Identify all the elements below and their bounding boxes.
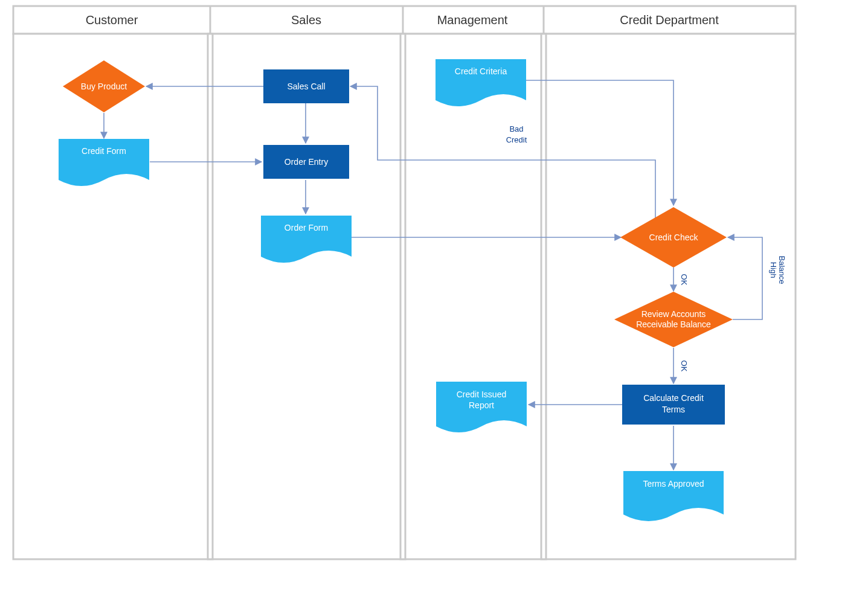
node-review-ar-label2: Receivable Balance — [636, 319, 711, 329]
node-calc-terms-label1: Calculate Credit — [643, 393, 704, 403]
node-sales-call: Sales Call — [263, 69, 349, 103]
node-calc-terms: Calculate Credit Terms — [622, 385, 725, 425]
node-order-form-label: Order Form — [285, 223, 328, 232]
node-order-entry: Order Entry — [263, 145, 349, 179]
node-credit-check-label: Credit Check — [649, 232, 699, 242]
lane-title-customer: Customer — [86, 13, 138, 27]
swimlane-flowchart: Customer Sales Management Credit Departm… — [0, 0, 868, 590]
label-balance: Balance — [777, 256, 786, 284]
lane-title-credit: Credit Department — [620, 13, 719, 27]
svg-rect-7 — [541, 34, 546, 559]
node-sales-call-label: Sales Call — [287, 82, 325, 91]
label-bad-credit-2: Credit — [506, 135, 527, 144]
label-ok-1: OK — [680, 274, 689, 286]
node-review-ar-label1: Review Accounts — [641, 309, 706, 319]
lane-title-sales: Sales — [291, 13, 321, 27]
node-credit-criteria-label: Credit Criteria — [455, 66, 507, 76]
svg-rect-5 — [208, 34, 213, 559]
node-credit-issued-label2: Report — [469, 400, 494, 410]
label-bad-credit-1: Bad — [509, 124, 523, 133]
node-buy-product-label: Buy Product — [81, 82, 127, 91]
node-order-entry-label: Order Entry — [285, 157, 328, 167]
svg-rect-6 — [400, 34, 405, 559]
node-calc-terms-label2: Terms — [662, 405, 685, 414]
lane-title-management: Management — [437, 13, 508, 27]
label-high: High — [769, 262, 778, 278]
node-terms-approved-label: Terms Approved — [643, 479, 704, 489]
label-ok-2: OK — [680, 361, 689, 372]
node-credit-issued-label1: Credit Issued — [457, 390, 506, 399]
node-credit-form-label: Credit Form — [82, 146, 126, 156]
